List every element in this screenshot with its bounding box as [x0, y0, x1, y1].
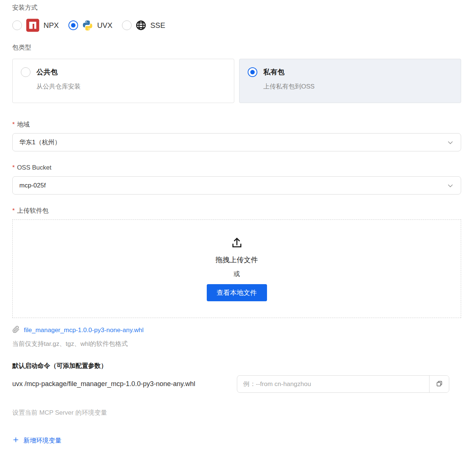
chevron-down-icon — [447, 139, 454, 146]
card-public-package[interactable]: 公共包 从公共仓库安装 — [12, 59, 234, 103]
radio-public-package[interactable] — [21, 67, 30, 77]
add-env-var-link[interactable]: 新增环境变量 — [12, 436, 461, 445]
package-type-label: 包类型 — [12, 44, 461, 51]
required-mark: * — [12, 164, 15, 171]
add-env-var-label: 新增环境变量 — [23, 436, 61, 445]
package-type-cards: 公共包 从公共仓库安装 私有包 上传私有包到OSS — [12, 59, 461, 103]
command-value: uvx /mcp-package/file_manager_mcp-1.0.0-… — [12, 380, 237, 388]
card-subtitle: 上传私有包到OSS — [263, 82, 461, 91]
upload-icon — [231, 237, 243, 251]
required-mark: * — [12, 207, 15, 215]
install-option-npx[interactable]: NPX — [12, 18, 59, 32]
chevron-down-icon — [447, 182, 454, 189]
radio-sse[interactable] — [122, 20, 132, 30]
paperclip-icon — [12, 326, 20, 335]
upload-dropzone[interactable]: 拖拽上传文件 或 查看本地文件 — [12, 219, 461, 318]
install-option-sse[interactable]: SSE — [122, 20, 165, 31]
region-value: 华东1（杭州） — [19, 138, 447, 147]
radio-npx[interactable] — [12, 20, 22, 30]
upload-package-label: * 上传软件包 — [12, 207, 461, 215]
install-option-uvx[interactable]: UVX — [68, 20, 112, 31]
card-subtitle: 从公共仓库安装 — [36, 82, 234, 91]
region-select[interactable]: 华东1（杭州） — [12, 133, 461, 151]
uploaded-file-row: file_manager_mcp-1.0.0-py3-none-any.whl — [12, 326, 461, 335]
plus-icon — [12, 436, 19, 445]
card-title: 公共包 — [36, 67, 58, 77]
oss-bucket-value: mcp-025f — [19, 182, 447, 189]
command-args-input[interactable] — [237, 376, 429, 392]
install-method-label: 安装方式 — [12, 4, 461, 12]
copy-button[interactable] — [429, 376, 449, 392]
copy-icon — [436, 380, 443, 388]
card-private-package[interactable]: 私有包 上传私有包到OSS — [239, 59, 461, 103]
browse-local-files-button[interactable]: 查看本地文件 — [207, 284, 267, 301]
install-method-radio-group: NPX UVX SSE — [12, 18, 461, 33]
format-note: 当前仅支持tar.gz、tgz、whl的软件包格式 — [12, 340, 461, 348]
default-command-label: 默认启动命令（可添加配置参数） — [12, 362, 461, 370]
required-mark: * — [12, 121, 15, 128]
card-title: 私有包 — [263, 67, 284, 77]
radio-uvx[interactable] — [68, 20, 78, 30]
or-text: 或 — [234, 270, 240, 278]
env-vars-hint: 设置当前 MCP Server 的环境变量 — [12, 408, 461, 417]
radio-private-package[interactable] — [248, 67, 257, 77]
command-row: uvx /mcp-package/file_manager_mcp-1.0.0-… — [12, 375, 461, 393]
oss-bucket-label: * OSS Bucket — [12, 164, 461, 171]
globe-icon — [135, 20, 147, 31]
mcp-server-config-form: 安装方式 NPX UVX — [0, 0, 476, 445]
install-option-label: UVX — [97, 21, 112, 30]
python-icon — [82, 20, 93, 31]
npm-icon — [26, 18, 40, 32]
uploaded-file-link[interactable]: file_manager_mcp-1.0.0-py3-none-any.whl — [24, 327, 144, 334]
install-option-label: SSE — [150, 21, 165, 30]
install-option-label: NPX — [44, 21, 59, 30]
region-label: * 地域 — [12, 121, 461, 128]
drag-upload-text: 拖拽上传文件 — [216, 255, 258, 265]
command-args-group — [237, 375, 449, 393]
oss-bucket-select[interactable]: mcp-025f — [12, 176, 461, 195]
